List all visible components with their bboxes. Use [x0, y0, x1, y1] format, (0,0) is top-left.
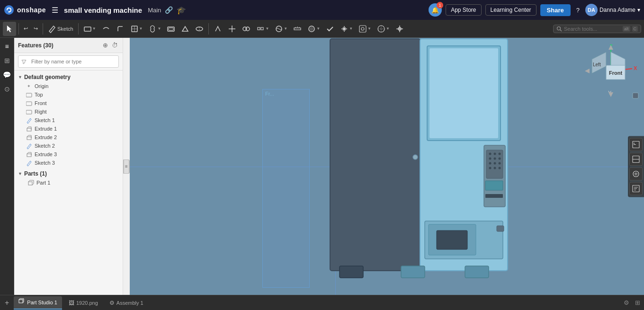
sketch3-label: Sketch 3: [35, 160, 55, 166]
list-item[interactable]: Right: [14, 107, 123, 116]
grad-icon[interactable]: 🎓: [177, 6, 186, 15]
zoom-section-button[interactable]: [629, 152, 643, 166]
select-tool-button[interactable]: [3, 22, 16, 36]
extrude-item-icon: [26, 134, 32, 141]
add-feature-button[interactable]: ⊕: [102, 41, 109, 50]
vending-machine: [325, 38, 515, 285]
feature-history-button[interactable]: ⏱: [111, 41, 119, 50]
zoom-fit-button[interactable]: [629, 138, 643, 151]
toolbar: ↩ ↪ Sketch ▼ ▼ ▼ ▼: [0, 20, 644, 38]
origin-label: Origin: [35, 83, 48, 89]
tab-image[interactable]: 🖼 1920.png: [64, 296, 103, 310]
draft-tool-button[interactable]: [211, 22, 224, 36]
transform-dropdown[interactable]: ▼: [128, 22, 145, 36]
sketch-button[interactable]: Sketch: [45, 22, 76, 36]
svg-rect-24: [27, 137, 31, 140]
viewport[interactable]: Fr...: [130, 38, 644, 295]
measure-side-icon[interactable]: ⊙: [2, 83, 12, 95]
redo-button[interactable]: ↪: [31, 22, 40, 36]
svg-rect-20: [26, 93, 32, 97]
comment-icon[interactable]: 💬: [1, 69, 13, 80]
add-tab-button[interactable]: +: [2, 298, 12, 308]
share-button[interactable]: Share: [540, 4, 571, 16]
undo-button[interactable]: ↩: [21, 22, 30, 36]
assembly-icon[interactable]: ⊞: [2, 55, 12, 66]
top-plane-label: Top: [35, 92, 43, 97]
move-dropdown[interactable]: ▼: [338, 22, 355, 36]
display-dropdown[interactable]: ▼: [272, 22, 290, 36]
crosshair-button[interactable]: [393, 22, 406, 36]
svg-rect-23: [27, 128, 31, 131]
filter-input[interactable]: [28, 57, 116, 66]
notifications-button[interactable]: 🔔 1: [429, 3, 442, 17]
list-item[interactable]: Part 1: [14, 178, 123, 187]
list-item[interactable]: Sketch 2: [14, 142, 123, 150]
sketch-label: Sketch: [57, 26, 73, 32]
logo[interactable]: onshape: [4, 5, 46, 15]
plane-dropdown-arrow: ▼: [92, 27, 96, 31]
fillet-tool-button[interactable]: [114, 22, 127, 36]
app-store-button[interactable]: App Store: [446, 4, 481, 16]
svg-rect-9: [258, 27, 260, 30]
feature-tree-icon[interactable]: ≡: [3, 41, 10, 52]
revolve-tool-button[interactable]: [193, 22, 206, 36]
search-tools-input[interactable]: [564, 26, 621, 32]
default-geometry-section: ▼ Default geometry ✦ Origin Top: [14, 72, 123, 116]
extrude-item-icon: [26, 125, 32, 132]
shell-tool-button[interactable]: [164, 22, 178, 36]
curve-tool-button[interactable]: [99, 22, 113, 36]
check-tool-button[interactable]: [323, 22, 337, 36]
measure-tool-button[interactable]: [291, 22, 304, 36]
learning-center-button[interactable]: Learning Center: [485, 4, 537, 16]
front-plane-label: Front: [35, 100, 47, 106]
grid-bottom-icon[interactable]: ⊞: [633, 298, 642, 307]
nav-cube[interactable]: X Y Z Front Left: [582, 43, 639, 99]
tab-assembly-1[interactable]: ⚙ Assembly 1: [105, 296, 148, 310]
list-item[interactable]: Sketch 3: [14, 159, 123, 167]
list-item[interactable]: ✦ Origin: [14, 82, 123, 90]
extrude1-label: Extrude 1: [35, 126, 57, 132]
nav-dropdown[interactable]: ▼: [375, 22, 392, 36]
hamburger-menu[interactable]: ☰: [50, 5, 60, 16]
mate-tool-button[interactable]: [240, 22, 253, 36]
panel-collapse-handle[interactable]: ≡: [123, 159, 130, 174]
svg-rect-22: [26, 110, 32, 114]
loft-tool-button[interactable]: [179, 22, 192, 36]
render-dropdown[interactable]: ▼: [356, 22, 374, 36]
list-item[interactable]: Sketch 1: [14, 116, 123, 124]
explode-button[interactable]: [629, 167, 643, 180]
toolbar-separator-3: [78, 23, 79, 35]
list-item[interactable]: Extrude 3: [14, 150, 123, 159]
svg-point-38: [499, 157, 501, 159]
section-tool-button[interactable]: [225, 22, 239, 36]
annotations-button[interactable]: [629, 182, 643, 195]
svg-point-40: [494, 162, 496, 164]
plane-tool-dropdown[interactable]: ▼: [81, 22, 98, 36]
selection-box: [262, 89, 310, 288]
list-item[interactable]: Extrude 1: [14, 124, 123, 133]
help-button[interactable]: ?: [574, 6, 581, 15]
tab-part-studio-1[interactable]: Part Studio 1: [14, 296, 62, 310]
boolean-dropdown[interactable]: ▼: [146, 22, 163, 36]
settings-bottom-icon[interactable]: ⚙: [622, 298, 631, 307]
user-menu[interactable]: DA Danna Adame ▾: [585, 4, 640, 16]
parts-section-header[interactable]: ▼ Parts (1): [14, 169, 123, 178]
svg-point-8: [246, 27, 250, 31]
default-geometry-chevron: ▼: [18, 75, 22, 80]
transform-dropdown-arrow: ▼: [139, 27, 143, 31]
svg-point-35: [499, 152, 501, 155]
appearance-dropdown[interactable]: ▼: [305, 22, 322, 36]
part1-label: Part 1: [36, 180, 50, 186]
search-shortcut-alt: alt: [623, 26, 630, 32]
right-side-panel: [628, 136, 644, 197]
logo-text: onshape: [17, 6, 46, 14]
svg-text:X: X: [634, 65, 637, 71]
svg-rect-50: [497, 226, 504, 231]
extrude3-label: Extrude 3: [35, 151, 57, 157]
list-item[interactable]: Top: [14, 90, 123, 99]
default-geometry-header[interactable]: ▼ Default geometry: [14, 72, 123, 82]
link-icon[interactable]: 🔗: [165, 6, 173, 14]
list-item[interactable]: Extrude 2: [14, 133, 123, 142]
view-dropdown[interactable]: ▼: [254, 22, 271, 36]
list-item[interactable]: Front: [14, 99, 123, 107]
